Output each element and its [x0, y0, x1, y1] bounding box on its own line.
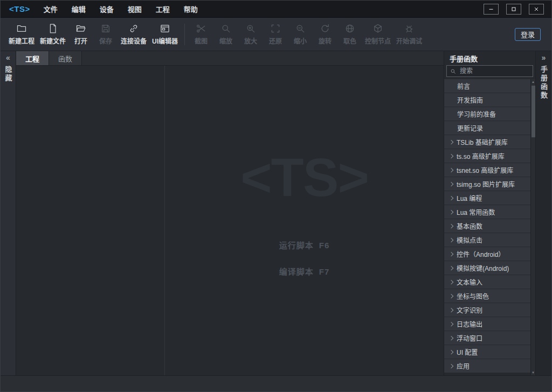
scroll-down-icon[interactable]: ▼: [531, 371, 535, 374]
hint-key: F7: [319, 267, 330, 276]
manual-item[interactable]: tsimg.so 图片扩展库: [444, 177, 535, 191]
new-file-icon: [47, 23, 58, 34]
rotate-button[interactable]: 旋转: [313, 20, 337, 49]
manual-item-label: 文字识别: [457, 305, 482, 314]
manual-item[interactable]: 模拟点击: [444, 233, 535, 247]
menu-project[interactable]: 工程: [149, 1, 177, 17]
maximize-button[interactable]: [506, 4, 521, 15]
chevron-right-icon: [449, 182, 453, 186]
save-button[interactable]: 保存: [93, 20, 118, 49]
manual-item-label: TSLib 基础扩展库: [457, 137, 508, 146]
menu-device[interactable]: 设备: [93, 1, 121, 17]
search-icon: [450, 68, 456, 74]
manual-item-label: 应用: [457, 361, 470, 370]
toolbar-button-label: 放大: [244, 36, 257, 45]
manual-item-label: 文本输入: [457, 277, 482, 286]
toolbar-button-label: 连接设备: [121, 36, 147, 45]
manual-item[interactable]: 前言: [444, 79, 535, 93]
collapse-left-icon: «: [6, 54, 10, 61]
manual-item-label: 控件（Android）: [457, 249, 505, 258]
scrollbar-thumb[interactable]: [532, 86, 535, 137]
toolbar-button-label: 新建工程: [9, 36, 34, 45]
scroll-up-icon[interactable]: ▲: [531, 80, 535, 83]
manual-item[interactable]: 学习前的准备: [444, 107, 535, 121]
chevron-right-icon: [449, 322, 453, 326]
manual-item[interactable]: 文字识别: [444, 303, 535, 317]
chevron-right-icon: [449, 364, 453, 368]
manual-item[interactable]: Lua 编程: [444, 191, 535, 205]
status-bar: [1, 375, 551, 391]
screenshot-button[interactable]: 截图: [189, 20, 213, 49]
manual-item[interactable]: 浮动窗口: [444, 331, 535, 345]
login-button[interactable]: 登录: [515, 28, 541, 41]
new-file-button[interactable]: 新建文件: [37, 20, 68, 49]
toolbar-button-label: 控制节点: [365, 36, 391, 45]
new-project-button[interactable]: 新建工程: [6, 20, 37, 49]
manual-item-label: tsimg.so 图片扩展库: [457, 179, 515, 188]
toolbar: 新建工程新建文件打开保存连接设备UI编辑器截图缩放放大还原缩小旋转取色控制节点开…: [1, 18, 551, 51]
left-collapse-strip[interactable]: « 隐藏: [1, 51, 16, 375]
search-input[interactable]: [459, 67, 529, 75]
manual-item-label: 基本函数: [457, 221, 482, 230]
color-picker-button[interactable]: 取色: [337, 20, 362, 49]
manual-item[interactable]: 开发指南: [444, 93, 535, 107]
search-box: [446, 65, 533, 77]
manual-panel-title: 手册函数: [444, 51, 535, 65]
manual-item[interactable]: Lua 常用函数: [444, 205, 535, 219]
manual-item[interactable]: 应用: [444, 359, 535, 373]
tab-project[interactable]: 工程: [16, 51, 49, 65]
menu-view[interactable]: 视图: [121, 1, 149, 17]
zoom-button[interactable]: 缩放: [213, 20, 238, 49]
manual-item-label: UI 配置: [457, 347, 478, 356]
open-button[interactable]: 打开: [68, 20, 93, 49]
manual-list: 前言开发指南学习前的准备更新记录TSLib 基础扩展库ts.so 高级扩展库ts…: [444, 79, 535, 375]
manual-item[interactable]: ts.so 高级扩展库: [444, 149, 535, 163]
manual-items: 前言开发指南学习前的准备更新记录TSLib 基础扩展库ts.so 高级扩展库ts…: [444, 79, 535, 373]
zoom-in-button[interactable]: 放大: [238, 20, 263, 49]
manual-item[interactable]: UI 配置: [444, 345, 535, 359]
toolbar-buttons: 新建工程新建文件打开保存连接设备UI编辑器截图缩放放大还原缩小旋转取色控制节点开…: [6, 20, 425, 49]
ui-editor-button[interactable]: UI编辑器: [149, 20, 181, 49]
content: « 隐藏 工程函数 <TS> 运行脚本F6编译脚本F7 手册函数: [1, 51, 551, 375]
manual-item[interactable]: 坐标与图色: [444, 289, 535, 303]
project-tree-pane[interactable]: [16, 66, 165, 375]
hint-label: 运行脚本: [279, 241, 314, 250]
chevron-right-icon: [449, 336, 453, 340]
zoom-out-button[interactable]: 缩小: [288, 20, 313, 49]
manual-item[interactable]: tsnet.so 高级扩展库: [444, 163, 535, 177]
connect-device-button[interactable]: 连接设备: [118, 20, 149, 49]
menu-bar: 文件编辑设备视图工程帮助: [37, 1, 205, 17]
minimize-button[interactable]: [484, 4, 499, 15]
chevron-right-icon: [449, 308, 453, 312]
start-debug-button[interactable]: 开始调试: [394, 20, 425, 49]
manual-item[interactable]: 日志输出: [444, 317, 535, 331]
chevron-right-icon: [449, 252, 453, 256]
manual-item-label: 坐标与图色: [457, 291, 489, 300]
manual-scrollbar[interactable]: ▲ ▼: [530, 79, 535, 375]
manual-item[interactable]: 文本输入: [444, 275, 535, 289]
editor-wrap: <TS> 运行脚本F6编译脚本F7: [16, 65, 444, 375]
chevron-right-icon: [449, 238, 453, 242]
tab-functions[interactable]: 函数: [49, 51, 82, 65]
restore-button[interactable]: 还原: [263, 20, 288, 49]
control-node-button[interactable]: 控制节点: [362, 20, 394, 49]
chevron-right-icon: [449, 294, 453, 298]
editor-hints: 运行脚本F6编译脚本F7: [279, 239, 330, 292]
manual-item[interactable]: 控件（Android）: [444, 247, 535, 261]
manual-item[interactable]: 基本函数: [444, 219, 535, 233]
editor-pane[interactable]: <TS> 运行脚本F6编译脚本F7: [165, 66, 444, 375]
menu-edit[interactable]: 编辑: [65, 1, 93, 17]
close-button[interactable]: [529, 4, 544, 15]
menu-file[interactable]: 文件: [37, 1, 65, 17]
toolbar-separator: [184, 24, 185, 45]
manual-item[interactable]: TSLib 基础扩展库: [444, 135, 535, 149]
manual-item[interactable]: 模拟按键(Android): [444, 261, 535, 275]
menu-help[interactable]: 帮助: [177, 1, 205, 17]
chevron-right-icon: [449, 140, 453, 144]
right-expand-strip[interactable]: » 手册函数: [535, 51, 551, 375]
open-icon: [75, 23, 86, 34]
window-controls: [484, 4, 547, 15]
toolbar-button-label: 取色: [343, 36, 356, 45]
manual-item[interactable]: 更新记录: [444, 121, 535, 135]
close-icon: [533, 6, 540, 12]
